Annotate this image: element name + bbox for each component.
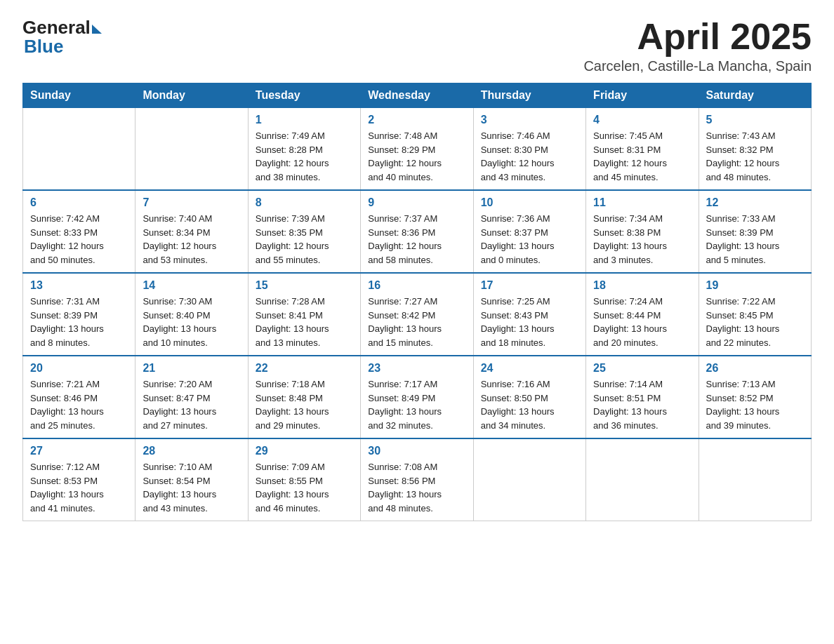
day-number: 8 [256, 196, 353, 209]
calendar-week-row: 6Sunrise: 7:42 AM Sunset: 8:33 PM Daylig… [23, 190, 812, 273]
day-number: 5 [706, 114, 804, 126]
day-info: Sunrise: 7:18 AM Sunset: 8:48 PM Dayligh… [256, 377, 353, 432]
title-block: April 2025 Carcelen, Castille-La Mancha,… [583, 17, 812, 74]
day-info: Sunrise: 7:22 AM Sunset: 8:45 PM Dayligh… [706, 295, 804, 349]
calendar-cell: 4Sunrise: 7:45 AM Sunset: 8:31 PM Daylig… [586, 108, 699, 191]
calendar-week-row: 1Sunrise: 7:49 AM Sunset: 8:28 PM Daylig… [23, 108, 812, 191]
calendar-cell: 7Sunrise: 7:40 AM Sunset: 8:34 PM Daylig… [135, 190, 248, 273]
calendar-cell: 28Sunrise: 7:10 AM Sunset: 8:54 PM Dayli… [135, 438, 248, 521]
day-number: 26 [706, 362, 804, 375]
day-info: Sunrise: 7:14 AM Sunset: 8:51 PM Dayligh… [593, 377, 691, 432]
day-info: Sunrise: 7:25 AM Sunset: 8:43 PM Dayligh… [481, 295, 578, 349]
day-info: Sunrise: 7:48 AM Sunset: 8:29 PM Dayligh… [368, 129, 465, 184]
calendar-cell: 10Sunrise: 7:36 AM Sunset: 8:37 PM Dayli… [473, 190, 585, 273]
logo-arrow-icon [92, 25, 102, 34]
calendar-cell: 25Sunrise: 7:14 AM Sunset: 8:51 PM Dayli… [586, 356, 699, 438]
calendar-cell: 29Sunrise: 7:09 AM Sunset: 8:55 PM Dayli… [248, 438, 360, 521]
calendar-cell: 26Sunrise: 7:13 AM Sunset: 8:52 PM Dayli… [699, 356, 811, 438]
day-info: Sunrise: 7:20 AM Sunset: 8:47 PM Dayligh… [143, 377, 240, 432]
day-number: 12 [706, 196, 804, 209]
day-info: Sunrise: 7:21 AM Sunset: 8:46 PM Dayligh… [30, 377, 128, 432]
day-info: Sunrise: 7:28 AM Sunset: 8:41 PM Dayligh… [256, 295, 353, 349]
day-info: Sunrise: 7:45 AM Sunset: 8:31 PM Dayligh… [593, 129, 691, 184]
logo: General Blue [22, 17, 102, 58]
calendar-title: April 2025 [583, 17, 812, 57]
day-info: Sunrise: 7:17 AM Sunset: 8:49 PM Dayligh… [368, 377, 465, 432]
calendar-week-row: 27Sunrise: 7:12 AM Sunset: 8:53 PM Dayli… [23, 438, 812, 521]
calendar-cell: 6Sunrise: 7:42 AM Sunset: 8:33 PM Daylig… [23, 190, 135, 273]
day-number: 16 [368, 279, 465, 292]
day-number: 25 [593, 362, 691, 375]
day-number: 27 [30, 445, 128, 457]
calendar-cell: 11Sunrise: 7:34 AM Sunset: 8:38 PM Dayli… [586, 190, 699, 273]
calendar-cell: 9Sunrise: 7:37 AM Sunset: 8:36 PM Daylig… [361, 190, 473, 273]
day-number: 14 [143, 279, 240, 292]
day-number: 2 [368, 114, 465, 126]
day-number: 21 [143, 362, 240, 375]
calendar-cell: 12Sunrise: 7:33 AM Sunset: 8:39 PM Dayli… [699, 190, 811, 273]
day-info: Sunrise: 7:24 AM Sunset: 8:44 PM Dayligh… [593, 295, 691, 349]
day-info: Sunrise: 7:37 AM Sunset: 8:36 PM Dayligh… [368, 212, 465, 267]
calendar-cell [473, 438, 585, 521]
col-header-wednesday: Wednesday [361, 83, 473, 108]
calendar-header-row: SundayMondayTuesdayWednesdayThursdayFrid… [23, 83, 812, 108]
col-header-sunday: Sunday [23, 83, 135, 108]
calendar-cell: 19Sunrise: 7:22 AM Sunset: 8:45 PM Dayli… [699, 273, 811, 356]
calendar-week-row: 20Sunrise: 7:21 AM Sunset: 8:46 PM Dayli… [23, 356, 812, 438]
day-info: Sunrise: 7:10 AM Sunset: 8:54 PM Dayligh… [143, 460, 240, 515]
day-info: Sunrise: 7:34 AM Sunset: 8:38 PM Dayligh… [593, 212, 691, 267]
day-number: 6 [30, 196, 128, 209]
calendar-cell: 13Sunrise: 7:31 AM Sunset: 8:39 PM Dayli… [23, 273, 135, 356]
day-number: 10 [481, 196, 578, 209]
day-info: Sunrise: 7:27 AM Sunset: 8:42 PM Dayligh… [368, 295, 465, 349]
calendar-cell: 20Sunrise: 7:21 AM Sunset: 8:46 PM Dayli… [23, 356, 135, 438]
day-number: 20 [30, 362, 128, 375]
calendar-cell [135, 108, 248, 191]
day-info: Sunrise: 7:43 AM Sunset: 8:32 PM Dayligh… [706, 129, 804, 184]
day-number: 11 [593, 196, 691, 209]
col-header-thursday: Thursday [473, 83, 585, 108]
calendar-cell: 14Sunrise: 7:30 AM Sunset: 8:40 PM Dayli… [135, 273, 248, 356]
day-info: Sunrise: 7:49 AM Sunset: 8:28 PM Dayligh… [256, 129, 353, 184]
calendar-cell: 24Sunrise: 7:16 AM Sunset: 8:50 PM Dayli… [473, 356, 585, 438]
day-info: Sunrise: 7:39 AM Sunset: 8:35 PM Dayligh… [256, 212, 353, 267]
day-info: Sunrise: 7:36 AM Sunset: 8:37 PM Dayligh… [481, 212, 578, 267]
calendar-cell: 17Sunrise: 7:25 AM Sunset: 8:43 PM Dayli… [473, 273, 585, 356]
day-number: 24 [481, 362, 578, 375]
day-number: 28 [143, 445, 240, 457]
day-number: 13 [30, 279, 128, 292]
calendar-cell: 2Sunrise: 7:48 AM Sunset: 8:29 PM Daylig… [361, 108, 473, 191]
calendar-cell [586, 438, 699, 521]
col-header-monday: Monday [135, 83, 248, 108]
day-info: Sunrise: 7:08 AM Sunset: 8:56 PM Dayligh… [368, 460, 465, 515]
calendar-cell: 1Sunrise: 7:49 AM Sunset: 8:28 PM Daylig… [248, 108, 360, 191]
calendar-cell: 27Sunrise: 7:12 AM Sunset: 8:53 PM Dayli… [23, 438, 135, 521]
page-header: General Blue April 2025 Carcelen, Castil… [22, 17, 812, 74]
day-number: 7 [143, 196, 240, 209]
col-header-saturday: Saturday [699, 83, 811, 108]
calendar-cell: 3Sunrise: 7:46 AM Sunset: 8:30 PM Daylig… [473, 108, 585, 191]
calendar-cell: 30Sunrise: 7:08 AM Sunset: 8:56 PM Dayli… [361, 438, 473, 521]
calendar-cell: 16Sunrise: 7:27 AM Sunset: 8:42 PM Dayli… [361, 273, 473, 356]
day-number: 29 [256, 445, 353, 457]
col-header-friday: Friday [586, 83, 699, 108]
day-info: Sunrise: 7:12 AM Sunset: 8:53 PM Dayligh… [30, 460, 128, 515]
day-number: 9 [368, 196, 465, 209]
day-info: Sunrise: 7:13 AM Sunset: 8:52 PM Dayligh… [706, 377, 804, 432]
day-number: 30 [368, 445, 465, 457]
calendar-cell: 22Sunrise: 7:18 AM Sunset: 8:48 PM Dayli… [248, 356, 360, 438]
day-info: Sunrise: 7:16 AM Sunset: 8:50 PM Dayligh… [481, 377, 578, 432]
day-number: 1 [256, 114, 353, 126]
day-number: 22 [256, 362, 353, 375]
calendar-cell: 15Sunrise: 7:28 AM Sunset: 8:41 PM Dayli… [248, 273, 360, 356]
day-number: 19 [706, 279, 804, 292]
calendar-week-row: 13Sunrise: 7:31 AM Sunset: 8:39 PM Dayli… [23, 273, 812, 356]
calendar-cell [699, 438, 811, 521]
calendar-cell: 21Sunrise: 7:20 AM Sunset: 8:47 PM Dayli… [135, 356, 248, 438]
calendar-location: Carcelen, Castille-La Mancha, Spain [583, 58, 812, 74]
calendar-cell: 23Sunrise: 7:17 AM Sunset: 8:49 PM Dayli… [361, 356, 473, 438]
day-number: 15 [256, 279, 353, 292]
calendar-cell: 8Sunrise: 7:39 AM Sunset: 8:35 PM Daylig… [248, 190, 360, 273]
calendar-cell: 18Sunrise: 7:24 AM Sunset: 8:44 PM Dayli… [586, 273, 699, 356]
day-info: Sunrise: 7:40 AM Sunset: 8:34 PM Dayligh… [143, 212, 240, 267]
